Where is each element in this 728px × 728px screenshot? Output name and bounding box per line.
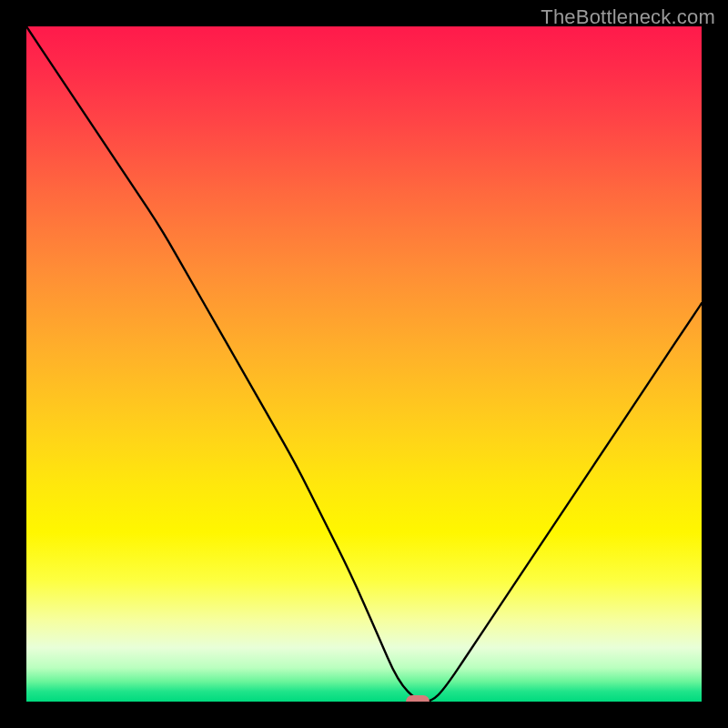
chart-container: TheBottleneck.com <box>0 0 728 728</box>
watermark-label: TheBottleneck.com <box>541 5 715 29</box>
optimum-marker <box>406 695 430 702</box>
plot-area <box>26 26 702 702</box>
bottleneck-curve <box>26 26 702 702</box>
